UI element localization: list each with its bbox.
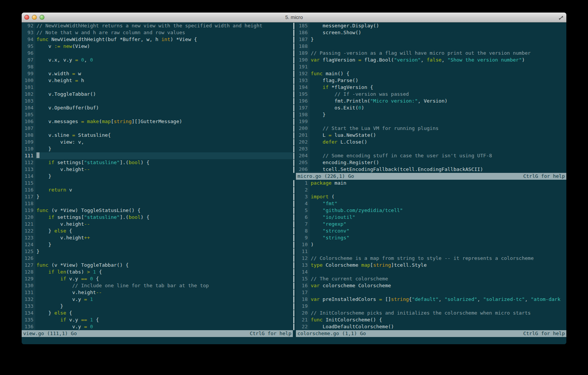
code-line[interactable]: 120 if settings["statusline"].(bool) {: [22, 214, 293, 221]
code-line[interactable]: 7 "regexp": [296, 221, 566, 228]
code-line[interactable]: 185 messenger.Display(): [296, 22, 566, 29]
code-line[interactable]: 19: [296, 303, 566, 310]
code-line[interactable]: 115: [22, 180, 293, 187]
code-line[interactable]: 94func NewViewWidthHeight(buf *Buffer, w…: [22, 36, 293, 43]
code-line[interactable]: 12// Colorscheme is a map from string to…: [296, 255, 566, 262]
code-line[interactable]: 109 view: v,: [22, 139, 293, 146]
code-line[interactable]: 206 tcell.SetEncodingFallback(tcell.Enco…: [296, 166, 566, 173]
code-line[interactable]: 2: [296, 187, 566, 193]
code-line[interactable]: 122 } else {: [22, 228, 293, 234]
editor-pane-view-go[interactable]: 92// NewViewWidthHeight returns a new vi…: [22, 22, 293, 337]
resize-icon[interactable]: [558, 15, 564, 20]
code-line[interactable]: 117}: [22, 193, 293, 200]
code-line[interactable]: 187}: [296, 36, 566, 43]
code-line[interactable]: 135 if v.y == 1 {: [22, 316, 293, 323]
code-line[interactable]: 186 screen.Show(): [296, 29, 566, 36]
code-line[interactable]: 124 }: [22, 241, 293, 248]
code-line[interactable]: 205 encoding.Register(): [296, 159, 566, 166]
code-line[interactable]: 129 if v.y == 0 {: [22, 275, 293, 282]
code-line[interactable]: 108 v.sline = Statusline{: [22, 132, 293, 139]
code-line[interactable]: 116 return v: [22, 187, 293, 193]
code-line[interactable]: 14: [296, 269, 566, 275]
code-line[interactable]: 95 v := new(View): [22, 43, 293, 50]
code-line[interactable]: 203: [296, 146, 566, 152]
editor-pane-micro-go[interactable]: 185 messenger.Display()186 screen.Show()…: [296, 22, 566, 180]
code-line[interactable]: 101: [22, 84, 293, 91]
code-line[interactable]: 125}: [22, 248, 293, 255]
code-line[interactable]: 5 "github.com/zyedidia/tcell": [296, 207, 566, 214]
editor-pane-colorscheme-go[interactable]: 1package main23import (4 "fmt"5 "github.…: [296, 180, 566, 337]
code-line[interactable]: 106 v.messages = make(map[string][]Gutte…: [22, 118, 293, 125]
divider-cell: [293, 111, 296, 118]
code-line[interactable]: 130 // Include one line for the tab bar …: [22, 282, 293, 289]
code-line[interactable]: 15// The current colorscheme: [296, 275, 566, 282]
code-line[interactable]: 11: [296, 248, 566, 255]
code-line[interactable]: 189// Passing -version as a flag will ha…: [296, 50, 566, 57]
code-line[interactable]: 22 LoadDefaultColorscheme(): [296, 323, 566, 330]
code-area-view-go[interactable]: 92// NewViewWidthHeight returns a new vi…: [22, 22, 293, 330]
code-line[interactable]: 121 v.height--: [22, 221, 293, 228]
code-area-micro-go[interactable]: 185 messenger.Display()186 screen.Show()…: [296, 22, 566, 173]
code-line[interactable]: 20// InitColorscheme picks and initializ…: [296, 310, 566, 316]
code-line[interactable]: 98: [22, 63, 293, 70]
code-line[interactable]: 131 v.height--: [22, 289, 293, 296]
code-line[interactable]: 1package main: [296, 180, 566, 187]
code-line[interactable]: 133 }: [22, 303, 293, 310]
code-line[interactable]: 114 }: [22, 173, 293, 180]
code-line[interactable]: 105: [22, 111, 293, 118]
code-line[interactable]: 191: [296, 63, 566, 70]
code-line[interactable]: 112 if settings["statusline"].(bool) {: [22, 159, 293, 166]
code-line[interactable]: 17: [296, 289, 566, 296]
code-line[interactable]: 128 if len(tabs) > 1 {: [22, 269, 293, 275]
code-line[interactable]: 93// Note that w and h are raw column an…: [22, 29, 293, 36]
code-line[interactable]: 103: [22, 98, 293, 104]
code-line[interactable]: 198 }: [296, 111, 566, 118]
code-line[interactable]: 9 "strings": [296, 234, 566, 241]
code-line[interactable]: 126: [22, 255, 293, 262]
code-line[interactable]: 4 "fmt": [296, 200, 566, 207]
code-line-text: // The current colorscheme: [310, 275, 566, 282]
titlebar[interactable]: 5. micro: [22, 13, 566, 22]
code-line[interactable]: 197 os.Exit(0): [296, 104, 566, 111]
code-line[interactable]: 111: [22, 152, 293, 159]
code-line[interactable]: 204 // Some encoding stuff in case the u…: [296, 152, 566, 159]
code-line[interactable]: 113 v.height--: [22, 166, 293, 173]
code-line[interactable]: 104 v.OpenBuffer(buf): [22, 104, 293, 111]
code-line[interactable]: 99 v.width = w: [22, 70, 293, 77]
code-line[interactable]: 18var preInstalledColors = []string{"def…: [296, 296, 566, 303]
code-line[interactable]: 119func (v *View) ToggleStatusLine() {: [22, 207, 293, 214]
code-line[interactable]: 6 "io/ioutil": [296, 214, 566, 221]
code-line[interactable]: 3import (: [296, 193, 566, 200]
code-line[interactable]: 96: [22, 50, 293, 57]
code-line[interactable]: 92// NewViewWidthHeight returns a new vi…: [22, 22, 293, 29]
code-line[interactable]: 199: [296, 118, 566, 125]
code-line[interactable]: 196 fmt.Println("Micro version:", Versio…: [296, 98, 566, 104]
code-area-colorscheme-go[interactable]: 1package main23import (4 "fmt"5 "github.…: [296, 180, 566, 330]
code-line[interactable]: 195 // If -version was passed: [296, 91, 566, 98]
code-line[interactable]: 13type Colorscheme map[string]tcell.Styl…: [296, 262, 566, 269]
code-line[interactable]: 100 v.height = h: [22, 77, 293, 84]
code-line[interactable]: 188: [296, 43, 566, 50]
code-line[interactable]: 200 // Start the Lua VM for running plug…: [296, 125, 566, 132]
code-line[interactable]: 127func (v *View) ToggleTabbar() {: [22, 262, 293, 269]
code-line[interactable]: 16var colorscheme Colorscheme: [296, 282, 566, 289]
code-line[interactable]: 136 v.y = 0: [22, 323, 293, 330]
code-line[interactable]: 201 L = lua.NewState(): [296, 132, 566, 139]
code-line[interactable]: 134 } else {: [22, 310, 293, 316]
code-line-text: v.height--: [35, 289, 293, 296]
code-line[interactable]: 194 if *flagVersion {: [296, 84, 566, 91]
code-line[interactable]: 21func InitColorscheme() {: [296, 316, 566, 323]
code-line[interactable]: 123 v.height++: [22, 234, 293, 241]
code-line[interactable]: 97 v.x, v.y = 0, 0: [22, 57, 293, 63]
code-line[interactable]: 110 }: [22, 146, 293, 152]
code-line[interactable]: 193 flag.Parse(): [296, 77, 566, 84]
code-line[interactable]: 102 v.ToggleTabbar(): [22, 91, 293, 98]
code-line[interactable]: 192func main() {: [296, 70, 566, 77]
code-line[interactable]: 190var flagVersion = flag.Bool("version"…: [296, 57, 566, 63]
code-line[interactable]: 107: [22, 125, 293, 132]
code-line[interactable]: 202 defer L.Close(): [296, 139, 566, 146]
code-line[interactable]: 8 "strconv": [296, 228, 566, 234]
code-line[interactable]: 132 v.y = 1: [22, 296, 293, 303]
code-line[interactable]: 118: [22, 200, 293, 207]
code-line[interactable]: 10): [296, 241, 566, 248]
